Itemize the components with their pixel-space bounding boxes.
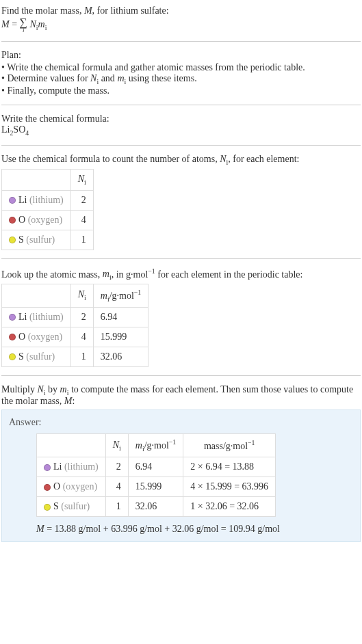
element-cell: O (oxygen) [2,327,71,347]
count-atoms-section: Use the chemical formula to count the nu… [1,151,361,253]
header-mi: mi/g·mol−1 [128,434,183,457]
atoms-count-table: Ni Li (lithium) 2 O (oxygen) 4 S (sulfur… [1,169,94,250]
header-empty [2,169,71,190]
formula-section: Write the chemical formula: Li2SO4 [1,111,361,139]
plan-item: • Write the chemical formula and gather … [1,62,361,73]
element-dot-icon [44,464,51,471]
multiply-section: Multiply Ni by mi to compute the mass fo… [1,381,361,545]
chemical-formula: Li2SO4 [1,124,361,137]
ni-cell: 2 [70,307,93,327]
mass-cell: 2 × 6.94 = 13.88 [183,457,276,477]
table-row: Li (lithium) 2 6.94 2 × 6.94 = 13.88 [37,457,276,477]
table-row: S (sulfur) 1 32.06 [2,347,148,366]
header-ni: Ni [70,284,93,307]
final-result: M = 13.88 g/mol + 63.996 g/mol + 32.06 g… [36,524,353,535]
mi-cell: 6.94 [128,457,183,477]
answer-table: Ni mi/g·mol−1 mass/g·mol−1 Li (lithium) … [36,433,276,516]
table-row: O (oxygen) 4 [2,210,94,230]
header-ni: Ni [70,169,93,190]
element-cell: O (oxygen) [37,477,106,496]
ni-cell: 4 [105,477,128,496]
atomic-mass-title: Look up the atomic mass, mi, in g·mol−1 … [1,267,361,281]
header-empty [37,434,106,457]
plan-item: • Determine values for Ni and mi using t… [1,73,361,85]
element-dot-icon [9,353,16,360]
formula-M: M [1,19,10,29]
ni-cell: 1 [70,230,93,250]
table-header-row: Ni [2,169,94,190]
ni-cell: 4 [70,327,93,347]
answer-box: Answer: Ni mi/g·mol−1 mass/g·mol−1 Li (l… [1,410,361,541]
element-cell: Li (lithium) [37,457,106,477]
table-header-row: Ni mi/g·mol−1 mass/g·mol−1 [37,434,276,457]
table-row: S (sulfur) 1 32.06 1 × 32.06 = 32.06 [37,496,276,516]
mass-cell: 1 × 32.06 = 32.06 [183,496,276,516]
ni-cell: 4 [70,210,93,230]
divider [1,145,361,146]
atomic-mass-section: Look up the atomic mass, mi, in g·mol−1 … [1,265,361,370]
ni-cell: 2 [105,457,128,477]
element-cell: S (sulfur) [2,230,71,250]
header-ni: Ni [105,434,128,457]
plan-list: • Write the chemical formula and gather … [1,62,361,96]
table-row: Li (lithium) 2 [2,190,94,210]
mi-cell: 6.94 [93,307,148,327]
element-dot-icon [9,197,16,204]
table-row: O (oxygen) 4 15.999 4 × 15.999 = 63.996 [37,477,276,496]
plan-title: Plan: [1,50,361,61]
element-dot-icon [44,484,51,491]
ni-cell: 2 [70,190,93,210]
element-cell: O (oxygen) [2,210,71,230]
mass-cell: 4 × 15.999 = 63.996 [183,477,276,496]
divider [1,41,361,42]
count-atoms-title: Use the chemical formula to count the nu… [1,154,361,166]
element-dot-icon [9,334,16,340]
sigma-icon: ∑i [20,18,27,33]
divider [1,258,361,259]
table-row: O (oxygen) 4 15.999 [2,327,148,347]
answer-content: Ni mi/g·mol−1 mass/g·mol−1 Li (lithium) … [9,433,353,534]
header-empty [2,284,71,307]
mi-cell: 32.06 [128,496,183,516]
table-row: S (sulfur) 1 [2,230,94,250]
intro-text: Find the molar mass, M, for lithium sulf… [1,5,361,16]
element-dot-icon [9,237,16,243]
ni-cell: 1 [70,347,93,366]
header-mi: mi/g·mol−1 [93,284,148,307]
mi-cell: 15.999 [93,327,148,347]
element-dot-icon [9,217,16,224]
element-dot-icon [9,314,16,321]
element-cell: S (sulfur) [37,496,106,516]
element-cell: Li (lithium) [2,190,71,210]
divider [1,375,361,376]
plan-item: • Finally, compute the mass. [1,85,361,96]
molar-mass-formula: M = ∑i Nimi [1,18,361,33]
ni-cell: 1 [105,496,128,516]
multiply-text: Multiply Ni by mi to compute the mass fo… [1,384,361,407]
write-formula-title: Write the chemical formula: [1,113,361,124]
intro-section: Find the molar mass, M, for lithium sulf… [1,3,361,36]
answer-label: Answer: [9,417,353,428]
element-cell: S (sulfur) [2,347,71,366]
table-header-row: Ni mi/g·mol−1 [2,284,148,307]
plan-section: Plan: • Write the chemical formula and g… [1,47,361,99]
mi-cell: 15.999 [128,477,183,496]
mi-cell: 32.06 [93,347,148,366]
element-dot-icon [44,504,51,511]
element-cell: Li (lithium) [2,307,71,327]
table-row: Li (lithium) 2 6.94 [2,307,148,327]
atomic-mass-table: Ni mi/g·mol−1 Li (lithium) 2 6.94 O (oxy… [1,284,148,366]
header-mass: mass/g·mol−1 [183,434,276,457]
divider [1,105,361,105]
